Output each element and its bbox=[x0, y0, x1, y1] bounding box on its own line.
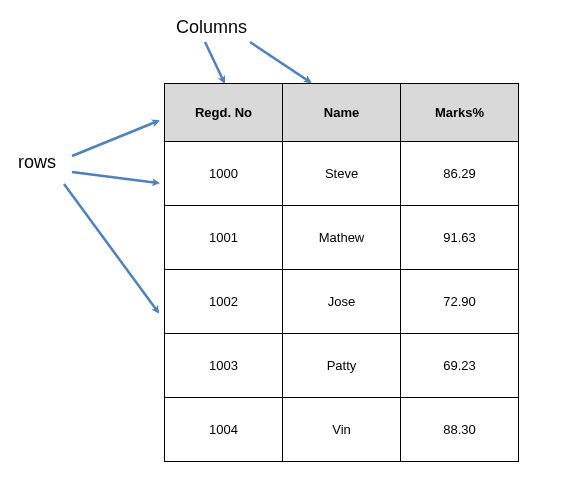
arrow-rows-2 bbox=[72, 172, 158, 183]
cell-regd-no: 1003 bbox=[165, 334, 283, 398]
cell-marks: 72.90 bbox=[401, 270, 519, 334]
table-row: 1003 Patty 69.23 bbox=[165, 334, 519, 398]
cell-regd-no: 1001 bbox=[165, 206, 283, 270]
table-row: 1002 Jose 72.90 bbox=[165, 270, 519, 334]
table-row: 1001 Mathew 91.63 bbox=[165, 206, 519, 270]
cell-regd-no: 1000 bbox=[165, 142, 283, 206]
header-marks: Marks% bbox=[401, 84, 519, 142]
cell-name: Jose bbox=[283, 270, 401, 334]
student-table: Regd. No Name Marks% 1000 Steve 86.29 10… bbox=[164, 83, 519, 462]
cell-marks: 69.23 bbox=[401, 334, 519, 398]
table-container: Regd. No Name Marks% 1000 Steve 86.29 10… bbox=[164, 83, 519, 462]
arrow-columns-2 bbox=[250, 42, 310, 82]
cell-marks: 88.30 bbox=[401, 398, 519, 462]
diagram-canvas: Columns rows Regd. No Name Marks% bbox=[0, 0, 572, 501]
cell-name: Steve bbox=[283, 142, 401, 206]
rows-label: rows bbox=[18, 152, 56, 173]
cell-marks: 91.63 bbox=[401, 206, 519, 270]
cell-name: Mathew bbox=[283, 206, 401, 270]
cell-regd-no: 1002 bbox=[165, 270, 283, 334]
header-name: Name bbox=[283, 84, 401, 142]
arrow-rows-3 bbox=[64, 184, 158, 312]
cell-name: Patty bbox=[283, 334, 401, 398]
cell-regd-no: 1004 bbox=[165, 398, 283, 462]
arrow-rows-1 bbox=[72, 121, 158, 156]
cell-name: Vin bbox=[283, 398, 401, 462]
table-row: 1000 Steve 86.29 bbox=[165, 142, 519, 206]
header-regd-no: Regd. No bbox=[165, 84, 283, 142]
arrow-columns-1 bbox=[205, 42, 224, 82]
table-header-row: Regd. No Name Marks% bbox=[165, 84, 519, 142]
columns-label: Columns bbox=[176, 17, 247, 38]
table-row: 1004 Vin 88.30 bbox=[165, 398, 519, 462]
cell-marks: 86.29 bbox=[401, 142, 519, 206]
